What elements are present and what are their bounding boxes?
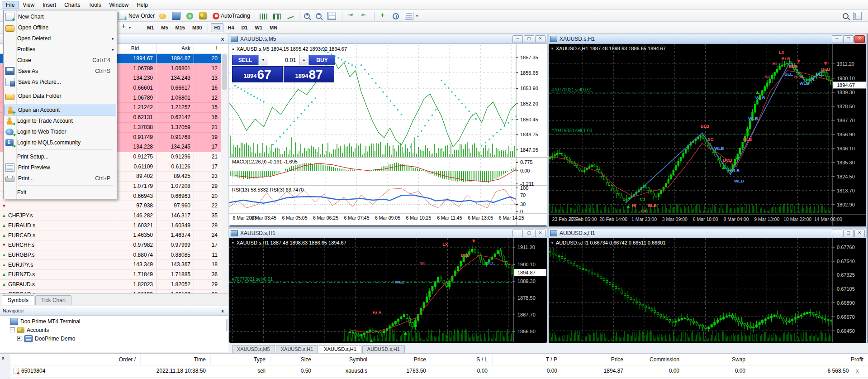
chart-window-xauusd-h1-bottom[interactable]: XAUUSD.s,H1 ─ ▢ ✕ 1911.201900.101889.301… [228,228,548,345]
terminal-column-header[interactable]: Swap [684,354,750,365]
timeframe-button[interactable]: D1 [238,23,251,32]
menu-bar-item[interactable]: File [2,1,19,9]
terminal-column-header[interactable]: Price [372,354,431,365]
close-icon[interactable]: ✕ [535,35,545,43]
file-menu-item[interactable]: Open Offline [4,22,117,33]
toolbar-button[interactable] [170,10,184,21]
buy-price[interactable]: 189487 [284,66,334,82]
chart-window-audusd-h1[interactable]: AUDUSD.s,H1 ─ ▢ ✕ 0.677600.675400.673250… [548,228,867,345]
tab[interactable]: Symbols [2,295,34,305]
tree-expander-icon[interactable] [10,327,15,332]
terminal-column-header[interactable]: Commission [628,354,684,365]
symbol-row[interactable]: EURJPY.s 143.349 143.367 18 [0,260,228,270]
volume-input[interactable]: 0.01 [268,55,299,65]
file-menu-item[interactable]: Login to Web Trader [4,126,117,137]
tree-item[interactable]: Doo Prime MT4 Terminal [3,317,228,326]
menu-bar-item[interactable]: Insert [38,1,60,9]
chart-tab[interactable]: AUDUSD.s,H1 [362,345,405,353]
terminal-column-header[interactable]: Price [562,354,628,365]
order-row[interactable]: 65019804 2022.11.18 10:38:50 sell 0.50 x… [10,365,868,376]
column-ask[interactable]: Ask [156,44,194,53]
terminal-column-header[interactable]: Type [210,354,270,365]
navigator-scrollbar[interactable] [226,319,228,331]
restore-icon[interactable]: ▢ [843,35,854,43]
terminal-column-header[interactable]: S / L [431,354,492,365]
tree-item[interactable]: Accounts [3,326,228,334]
tab[interactable]: Tick Chart [35,295,71,305]
column-bid[interactable]: Bid [117,44,156,53]
timeframe-button[interactable]: M30 [189,23,205,32]
symbol-row[interactable]: CHFJPY.s 146.282 146.317 35 [0,211,228,221]
file-menu-item[interactable]: Print Setup... [4,151,117,162]
timeframe-button[interactable]: H1 [211,23,223,32]
file-menu-item[interactable]: Open an Account [4,105,116,115]
menu-bar-item[interactable]: Tools [85,1,105,9]
menu-bar-item[interactable]: Charts [60,1,84,9]
tree-item[interactable]: DooPrime-Demo [3,334,228,343]
volume-down-stepper[interactable]: ▼ [258,55,268,65]
chart-tab[interactable]: XAUUSD.s,M5 [232,345,275,353]
timeframe-button[interactable]: M1 [144,23,157,32]
timeframe-button[interactable]: M5 [158,23,171,32]
toolbar-button[interactable]: New Order [117,10,157,21]
toolbar-button[interactable] [185,11,196,21]
menu-bar-item[interactable]: View [19,1,38,9]
chart-canvas-audusd-h1[interactable]: 0.677600.675400.673250.671050.668900.666… [549,238,866,342]
toolbar-button[interactable] [258,11,270,21]
toolbar-button[interactable] [197,11,210,21]
close-icon[interactable]: ✕ [854,230,865,237]
close-position-icon[interactable]: x [853,368,863,374]
chart-canvas-xauusd-h1[interactable]: 1911.201900.101889.301878.501867.701856.… [549,44,866,225]
volume-up-stepper[interactable]: ▲ [299,55,309,65]
file-menu-item[interactable]: Login to MQL5.community [4,137,117,148]
chart-window-xauusd-h1-main[interactable]: XAUUSD.s,H1 ─ ▢ ✕ 1911.201900.101889.301… [548,34,867,228]
toolbar-button[interactable]: ▾ [403,10,420,21]
file-menu-item[interactable]: New Chart [4,11,117,22]
file-menu-item[interactable]: Profiles ▸ [4,44,117,55]
minimize-icon[interactable]: ─ [512,230,523,237]
toolbar-button[interactable] [326,10,339,21]
file-menu-item[interactable]: Exit [4,187,117,198]
file-menu-item[interactable]: Open Deleted ▸ [4,33,117,44]
file-menu-item[interactable]: Open Data Folder [4,91,117,101]
timeframe-button[interactable]: MN [266,23,280,32]
chart-titlebar[interactable]: AUDUSD.s,H1 ─ ▢ ✕ [549,229,866,238]
sell-price[interactable]: 189467 [232,66,283,82]
symbol-row[interactable]: GBPAUD.s 1.82023 1.82052 29 [0,280,228,290]
toolbar-button[interactable] [359,11,371,21]
restore-icon[interactable]: ▢ [524,35,534,43]
terminal-column-header[interactable]: Order / [10,354,140,365]
file-menu-item[interactable]: Close Ctrl+F4 [4,55,117,66]
symbol-row[interactable]: EURNZD.s 1.71849 1.71885 36 [0,270,228,280]
terminal-column-header[interactable]: T / P [492,354,562,365]
restore-icon[interactable]: ▢ [843,230,854,237]
file-menu-item[interactable]: Login to Trade Account [4,115,117,126]
toolbar-button[interactable] [377,11,390,21]
close-icon[interactable]: x [2,355,8,360]
symbol-row[interactable]: EURGBP.s 0.88074 0.88085 11 [0,250,228,260]
chart-tab[interactable]: XAUUSD.s,H1 [319,345,361,353]
chart-canvas-xauusd-h1-2[interactable]: 1911.201900.101889.301878.501867.701856.… [229,238,547,342]
toolbar-button[interactable] [271,11,284,21]
chart-titlebar[interactable]: XAUUSD.s,H1 ─ ▢ ✕ [549,34,866,44]
symbol-row[interactable]: 97.938 97.960 22 [0,201,228,211]
file-menu-item[interactable]: Print Preview [4,162,117,173]
tree-expander-icon[interactable] [17,336,22,341]
menu-bar-item[interactable]: Window [105,1,133,9]
symbol-row[interactable]: EURAUD.s 1.60321 1.60349 28 [0,221,228,231]
terminal-column-header[interactable]: Time [140,354,210,365]
sell-button[interactable]: SELL [232,55,258,65]
market-watch-scrollbar[interactable] [221,53,228,294]
menu-bar-item[interactable]: Help [133,1,152,9]
file-menu-item[interactable]: Print... Ctrl+P [4,173,117,184]
close-icon[interactable]: x [219,308,226,313]
chart-titlebar[interactable]: XAUUSD.s,M5 ─ ▢ ✕ [229,34,547,44]
timeframe-button[interactable]: W1 [252,23,266,32]
close-icon[interactable]: ✕ [854,35,865,43]
minimize-icon[interactable]: ─ [832,230,842,237]
file-menu-item[interactable]: Save As Ctrl+S [4,66,117,77]
chart-window-xauusd-m5[interactable]: XAUUSD.s,M5 ─ ▢ ✕ SELL ▼ 0.01 ▲ BUY [228,34,548,228]
toolbar-button[interactable] [302,12,313,20]
close-icon[interactable]: x [219,36,226,42]
toolbar-button[interactable]: ▾ [118,23,133,33]
